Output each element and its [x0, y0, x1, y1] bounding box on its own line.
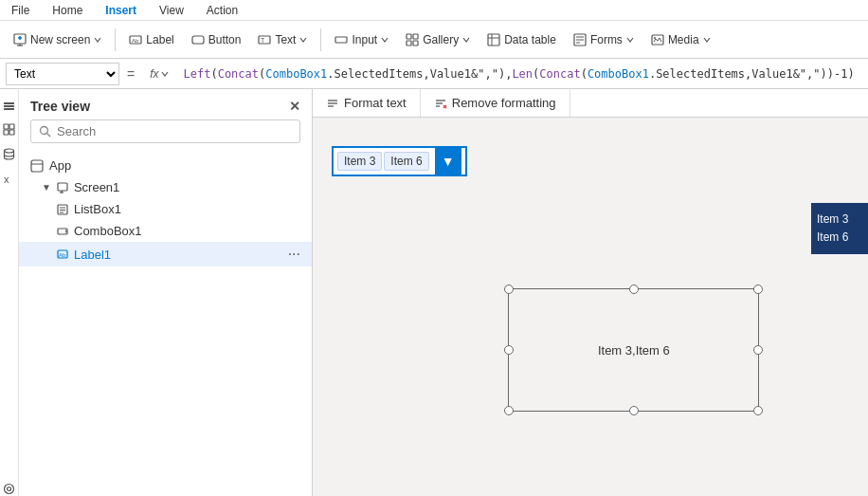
settings-icon[interactable] [2, 481, 17, 496]
property-selector[interactable]: Text [6, 63, 119, 85]
combo-tag-item3: Item 3 [337, 152, 382, 171]
menu-home[interactable]: Home [48, 2, 86, 19]
new-screen-label: New screen [30, 33, 90, 46]
sidebar-title: Tree view [30, 99, 90, 114]
search-input[interactable] [57, 124, 292, 138]
new-screen-button[interactable]: New screen [6, 29, 109, 50]
svg-rect-24 [4, 102, 14, 104]
handle-br[interactable] [753, 406, 763, 415]
tree-item-combobox1[interactable]: ComboBox1 [19, 220, 312, 242]
remove-format-icon [434, 97, 447, 110]
svg-point-23 [654, 37, 656, 39]
svg-rect-22 [652, 35, 663, 45]
handle-tm[interactable] [629, 285, 639, 294]
equals-sign: = [123, 66, 138, 82]
format-text-icon [326, 97, 339, 110]
input-chevron [381, 36, 389, 44]
media-chevron [703, 36, 711, 44]
fx-button[interactable]: fx [142, 65, 175, 83]
handle-mr[interactable] [753, 345, 763, 355]
menu-view[interactable]: View [155, 2, 188, 19]
formula-bar: Text = fx Left(Concat(ComboBox1.Selected… [0, 59, 868, 89]
right-panel-line1: Item 3 [817, 211, 862, 229]
menu-action[interactable]: Action [203, 2, 242, 19]
label-button[interactable]: Ab Label [121, 29, 181, 50]
menu-bar: File Home Insert View Action [0, 0, 868, 21]
new-screen-chevron [94, 36, 101, 44]
formula-display[interactable]: Left(Concat(ComboBox1.SelectedItems,Valu… [180, 65, 862, 83]
listbox-icon [57, 204, 68, 215]
sidebar-close-button[interactable]: ✕ [289, 99, 300, 114]
tree-item-app[interactable]: App [19, 155, 312, 176]
svg-point-33 [5, 484, 14, 493]
text-button[interactable]: T Text [250, 29, 315, 50]
input-label: Input [352, 33, 377, 46]
combobox-icon [57, 226, 68, 237]
sidebar-header: Tree view ✕ [19, 89, 312, 119]
svg-point-31 [5, 149, 14, 153]
components-icon[interactable] [2, 121, 17, 137]
tree-item-screen1[interactable]: ▼ Screen1 [19, 176, 312, 198]
tree-more-button[interactable]: ··· [288, 246, 300, 263]
svg-rect-28 [9, 124, 14, 129]
button-icon [191, 33, 205, 46]
main-layout: x Tree view ✕ App ▼ Screen1 [0, 89, 868, 496]
layers-icon[interactable] [2, 97, 17, 112]
label-control[interactable]: Item 3,Item 6 [508, 288, 759, 412]
svg-rect-25 [4, 105, 14, 107]
app-icon [30, 159, 44, 173]
canvas-content: Item 3 Item 6 ▼ Item 3,I [313, 118, 868, 195]
gallery-button[interactable]: Gallery [398, 29, 478, 50]
tree-toggle-screen1[interactable]: ▼ [42, 182, 51, 193]
icon-strip: x [0, 89, 19, 496]
media-label: Media [668, 33, 699, 46]
forms-icon [573, 33, 587, 46]
svg-rect-30 [9, 130, 14, 135]
svg-rect-11 [407, 34, 411, 39]
input-button[interactable]: Input [327, 29, 396, 50]
menu-insert[interactable]: Insert [101, 2, 140, 19]
button-label: Button [208, 33, 242, 46]
forms-button[interactable]: Forms [566, 29, 642, 50]
tree-listbox1-label: ListBox1 [74, 202, 121, 216]
svg-rect-14 [413, 41, 418, 46]
text-chevron [299, 36, 307, 44]
fx-chevron [161, 70, 169, 78]
tree-label1-label: Label1 [74, 248, 111, 262]
menu-file[interactable]: File [8, 2, 33, 19]
search-box [30, 119, 300, 143]
fx-label: fx [150, 67, 158, 81]
media-button[interactable]: Media [643, 29, 718, 50]
input-icon [335, 33, 348, 46]
combo-dropdown-button[interactable]: ▼ [435, 148, 461, 175]
svg-rect-13 [407, 41, 411, 46]
data-icon[interactable] [2, 146, 17, 161]
combobox-control[interactable]: Item 3 Item 6 ▼ [332, 146, 467, 176]
tree-item-label1[interactable]: Ab Label1 ··· [19, 242, 312, 266]
gallery-chevron [462, 36, 470, 44]
tree-item-listbox1[interactable]: ListBox1 [19, 198, 312, 220]
svg-rect-10 [335, 37, 347, 43]
handle-ml[interactable] [504, 345, 514, 355]
tree-combobox1-label: ComboBox1 [74, 224, 142, 238]
data-table-icon [487, 33, 500, 46]
handle-bl[interactable] [504, 406, 514, 415]
data-table-label: Data table [504, 33, 556, 46]
new-screen-icon [13, 33, 27, 46]
gallery-icon [406, 33, 419, 46]
sidebar: Tree view ✕ App ▼ Screen1 ListBox1 [19, 89, 313, 496]
data-table-button[interactable]: Data table [479, 29, 564, 50]
svg-point-34 [8, 487, 11, 490]
svg-text:x: x [4, 174, 9, 185]
variables-icon[interactable]: x [2, 171, 17, 186]
handle-tr[interactable] [753, 285, 763, 294]
format-text-label: Format text [344, 96, 407, 110]
svg-rect-46 [58, 229, 67, 234]
remove-formatting-button[interactable]: Remove formatting [421, 89, 570, 117]
handle-bm[interactable] [629, 406, 639, 415]
handle-tl[interactable] [504, 285, 514, 294]
label-label: Label [146, 33, 173, 46]
button-button[interactable]: Button [184, 29, 249, 50]
format-text-button[interactable]: Format text [313, 89, 421, 117]
tree-app-label: App [49, 158, 71, 173]
